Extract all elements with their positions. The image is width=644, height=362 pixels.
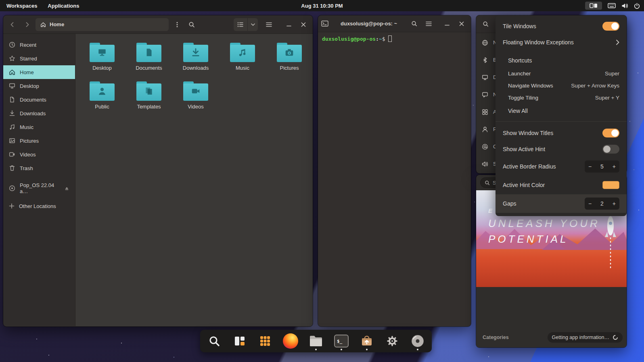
minus-button[interactable]: − — [588, 163, 592, 170]
gaps-stepper[interactable]: − 2 + — [585, 198, 619, 210]
sidebar-item-pictures[interactable]: Pictures — [3, 134, 75, 148]
floating-exceptions-row[interactable]: Floating Window Exceptions — [496, 34, 627, 50]
files-content[interactable]: Desktop Documents Downloads — [75, 34, 313, 326]
templates-glyph-icon — [144, 86, 154, 96]
tile-windows-row[interactable]: Tile Windows — [496, 18, 627, 34]
desktop-icon — [9, 83, 15, 89]
clock[interactable]: Aug 31 10:30 PM — [301, 3, 343, 9]
folder-public[interactable]: Public — [79, 79, 125, 112]
sidebar-item-downloads[interactable]: Downloads — [3, 106, 75, 120]
sidebar-item-other-locations[interactable]: Other Locations — [3, 199, 75, 213]
network-icon — [482, 40, 488, 46]
minimize-button[interactable] — [283, 19, 295, 31]
dock-disks[interactable] — [409, 332, 426, 350]
sidebar-item-music[interactable]: Music — [3, 120, 75, 134]
shortcut-launcher-row[interactable]: Launcher Super — [496, 67, 627, 79]
download-glyph-icon — [191, 48, 201, 57]
terminal-minimize-button[interactable] — [441, 18, 453, 30]
workspaces-menu[interactable]: Workspaces — [6, 3, 37, 9]
terminal-close-button[interactable] — [456, 18, 468, 30]
terminal-menu-button[interactable] — [422, 18, 435, 30]
terminal-titlebar[interactable]: duxsolusig@pop-os: ~ — [318, 15, 471, 32]
plus-button[interactable]: + — [613, 163, 616, 170]
sidebar-item-documents[interactable]: Documents — [3, 93, 75, 106]
terminal-search-button[interactable] — [408, 18, 420, 30]
files-titlebar[interactable]: Home — [3, 15, 313, 34]
list-view-icon[interactable] — [234, 18, 247, 31]
eject-button[interactable] — [64, 186, 69, 191]
folder-label: Desktop — [92, 65, 112, 71]
recent-icon — [9, 42, 15, 48]
sidebar-item-device[interactable]: Pop_OS 22.04 a… — [3, 181, 75, 195]
folder-downloads[interactable]: Downloads — [172, 40, 219, 73]
files-icon — [309, 335, 323, 347]
path-options-button[interactable] — [171, 19, 183, 31]
folder-label: Videos — [188, 104, 204, 110]
shortcut-label: Launcher — [508, 71, 531, 77]
pop-shop-icon — [360, 334, 374, 348]
back-button[interactable] — [6, 19, 19, 31]
sidebar-item-videos[interactable]: Videos — [3, 148, 75, 161]
search-button[interactable] — [186, 19, 198, 31]
folder-videos[interactable]: Videos — [172, 79, 219, 112]
view-all-row[interactable]: View All — [496, 104, 627, 118]
folder-templates[interactable]: Templates — [125, 79, 172, 112]
show-window-titles-toggle[interactable] — [602, 129, 619, 137]
sidebar-item-recent[interactable]: Recent — [3, 38, 75, 52]
shop-footer: Categories Getting app information… — [476, 287, 627, 347]
active-hint-color-swatch[interactable] — [602, 181, 619, 189]
sidebar-item-home[interactable]: Home — [3, 65, 75, 79]
folder-pictures[interactable]: Pictures — [266, 40, 313, 73]
camera-glyph-icon — [284, 48, 294, 57]
tiling-tray-button[interactable] — [585, 2, 602, 10]
power-icon[interactable] — [634, 3, 640, 9]
dock-terminal[interactable]: $_ — [333, 332, 350, 350]
forward-button[interactable] — [21, 19, 33, 31]
sidebar-item-starred[interactable]: Starred — [3, 52, 75, 65]
plus-button[interactable]: + — [613, 200, 616, 207]
settings-search-button[interactable] — [479, 18, 491, 30]
dock-firefox[interactable] — [282, 332, 299, 350]
search-icon — [485, 180, 490, 185]
document-icon — [9, 96, 15, 103]
applications-menu[interactable]: Applications — [48, 3, 79, 9]
view-toggle[interactable] — [234, 18, 258, 31]
keyboard-layout-icon[interactable] — [608, 3, 616, 8]
folder-label: Documents — [136, 65, 162, 71]
dock-pop-shop[interactable] — [358, 332, 375, 350]
dock-app-grid[interactable] — [257, 332, 274, 350]
sidebar-item-desktop[interactable]: Desktop — [3, 79, 75, 93]
files-window: Home Recent Starred — [3, 15, 313, 327]
shortcut-toggle-tiling-row[interactable]: Toggle Tiling Super + Y — [496, 92, 627, 104]
close-button[interactable] — [297, 19, 309, 31]
dock-launcher[interactable] — [206, 332, 223, 350]
folder-desktop[interactable]: Desktop — [79, 40, 125, 73]
sidebar-label: Pictures — [20, 138, 39, 144]
terminal-body[interactable]: duxsolusig@pop-os:~$ — [318, 32, 471, 326]
hamburger-menu-button[interactable] — [263, 19, 275, 31]
sidebar-label: Home — [20, 69, 34, 75]
folder-icon — [183, 81, 208, 101]
active-hint-color-row[interactable]: Active Hint Color — [496, 176, 627, 194]
disk-icon — [9, 185, 15, 191]
shortcut-navigate-row[interactable]: Navigate Windows Super + Arrow Keys — [496, 79, 627, 92]
folder-music[interactable]: Music — [219, 40, 266, 73]
show-window-titles-row[interactable]: Show Window Titles — [496, 125, 627, 141]
volume-icon[interactable] — [621, 3, 628, 9]
dock-settings[interactable] — [384, 332, 401, 350]
active-border-radius-stepper[interactable]: − 5 + — [585, 160, 619, 173]
disk-icon — [411, 334, 424, 348]
show-active-hint-toggle[interactable] — [602, 145, 619, 154]
sidebar-item-trash[interactable]: Trash — [3, 161, 75, 175]
folder-documents[interactable]: Documents — [125, 40, 172, 73]
breadcrumb[interactable]: Home — [36, 18, 169, 31]
breadcrumb-label: Home — [50, 21, 64, 27]
dock-workspaces[interactable] — [231, 332, 248, 350]
dock-files[interactable] — [307, 332, 324, 350]
show-active-hint-row[interactable]: Show Active Hint — [496, 141, 627, 157]
tile-windows-toggle[interactable] — [602, 22, 619, 31]
folder-icon — [136, 81, 161, 101]
folder-label: Pictures — [280, 65, 299, 71]
minus-button[interactable]: − — [588, 200, 592, 207]
view-options-caret[interactable] — [247, 18, 258, 31]
